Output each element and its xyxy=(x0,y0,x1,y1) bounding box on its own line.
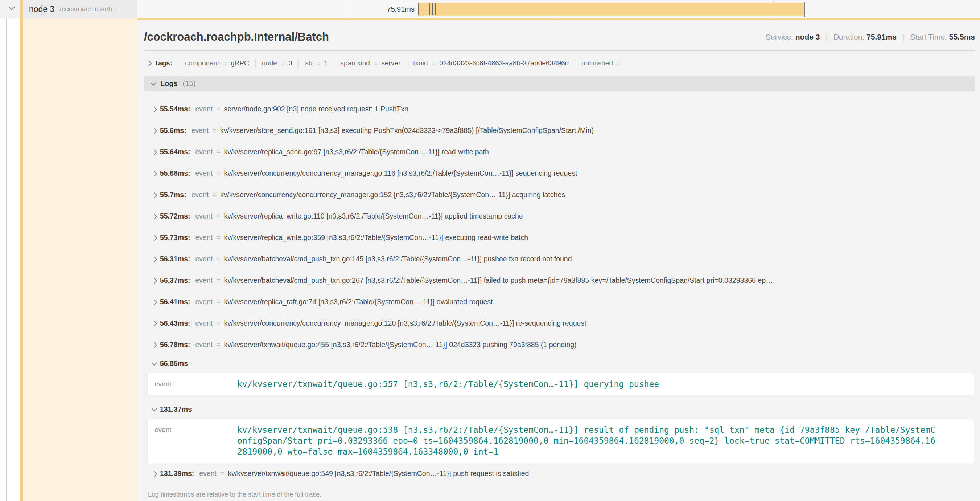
gutter-divider xyxy=(6,0,6,501)
equals-sign: = xyxy=(216,148,220,156)
log-field-value: kv/kvserver/txnwait/queue.go:538 [n3,s3,… xyxy=(237,424,937,457)
log-timestamp: 131.37ms xyxy=(160,405,192,413)
log-field-value: kv/kvserver/batcheval/cmd_push_txn.go:14… xyxy=(224,255,572,263)
log-field-key: event xyxy=(199,469,216,478)
log-entry-row[interactable]: 55.73ms: event = kv/kvserver/replica_wri… xyxy=(144,227,975,248)
tag-item: component = gRPC xyxy=(179,59,255,67)
chevron-right-icon[interactable] xyxy=(152,471,158,477)
log-field-value: server/node.go:902 [n3] node received re… xyxy=(224,105,408,113)
chevron-right-icon[interactable] xyxy=(152,171,158,176)
equals-sign: = xyxy=(216,169,220,177)
chevron-down-icon[interactable] xyxy=(152,360,158,365)
tag-value: gRPC xyxy=(231,59,249,67)
log-field-key: event xyxy=(195,105,213,113)
log-field-key: event xyxy=(195,319,213,327)
chevron-right-icon[interactable] xyxy=(152,235,158,241)
equals-sign: = xyxy=(216,255,220,263)
log-entry-row[interactable]: 55.6ms: event = kv/kvserver/store_send.g… xyxy=(144,120,975,141)
info-separator: | xyxy=(826,33,827,41)
log-entry-row[interactable]: 56.78ms: event = kv/kvserver/txnwait/que… xyxy=(144,334,975,356)
chevron-right-icon[interactable] xyxy=(152,342,158,348)
log-entry-row[interactable]: 55.7ms: event = kv/kvserver/concurrency/… xyxy=(144,184,975,206)
equals-sign: = xyxy=(216,233,220,242)
log-entry-row[interactable]: 55.68ms: event = kv/kvserver/concurrency… xyxy=(144,163,975,184)
log-field-value: kv/kvserver/concurrency/concurrency_mana… xyxy=(220,191,565,199)
log-timestamp: 55.64ms: xyxy=(160,148,190,156)
chevron-right-icon[interactable] xyxy=(152,299,158,305)
log-field-value: kv/kvserver/txnwait/queue.go:455 [n3,s3,… xyxy=(224,340,577,349)
log-timestamp: 131.39ms: xyxy=(160,469,194,478)
span-service-name: node 3 xyxy=(29,4,54,14)
log-entry-row[interactable]: 55.72ms: event = kv/kvserver/replica_wri… xyxy=(144,206,975,227)
service-value: node 3 xyxy=(795,33,820,41)
log-entry-row[interactable]: 55.64ms: event = kv/kvserver/replica_sen… xyxy=(144,141,975,163)
span-title: /cockroach.roachpb.Internal/Batch xyxy=(144,31,329,43)
log-field-key: event xyxy=(154,424,237,457)
log-field-key: event xyxy=(195,212,213,220)
chevron-down-icon[interactable] xyxy=(152,405,158,411)
log-field-value: kv/kvserver/replica_send.go:97 [n3,s3,r6… xyxy=(224,148,489,156)
log-detail-table: event kv/kvserver/txnwait/queue.go:557 [… xyxy=(148,373,974,395)
log-entry-row[interactable]: 55.54ms: event = server/node.go:902 [n3]… xyxy=(144,98,975,120)
log-field-key: event xyxy=(191,126,209,135)
chevron-right-icon[interactable] xyxy=(152,278,158,284)
tags-accordion-header[interactable]: Tags: component = gRPC node = 3 sb = 1 s… xyxy=(144,54,975,73)
duration-label: Duration: xyxy=(834,33,864,41)
log-entry-header[interactable]: 131.37ms xyxy=(144,401,975,417)
tag-item: sb = 1 xyxy=(299,59,334,67)
log-timestamp: 55.68ms: xyxy=(160,169,190,177)
log-field-value: kv/kvserver/replica_write.go:110 [n3,s3,… xyxy=(224,212,523,220)
log-entry-header[interactable]: 56.85ms xyxy=(144,356,975,372)
tag-item: txnid = 024d3323-6c8f-4863-aa8b-37ab0e63… xyxy=(407,59,575,67)
log-entry-expanded: 131.37ms event kv/kvserver/txnwait/queue… xyxy=(144,401,975,463)
span-row-node3[interactable]: node 3 /cockroach.roach… xyxy=(20,0,137,18)
tag-item: node = 3 xyxy=(255,59,299,67)
equals-sign: = xyxy=(216,319,220,327)
log-field-value: kv/kvserver/concurrency/concurrency_mana… xyxy=(224,319,587,327)
log-entry-row[interactable]: 56.41ms: event = kv/kvserver/replica_raf… xyxy=(144,291,975,313)
logs-footer-note: Log timestamps are relative to the start… xyxy=(144,484,975,501)
span-detail-header: /cockroach.roachpb.Internal/Batch Servic… xyxy=(144,20,975,51)
log-detail-table: event kv/kvserver/txnwait/queue.go:538 [… xyxy=(148,419,974,463)
logs-accordion-header[interactable]: Logs (15) xyxy=(144,76,975,91)
span-meta-info: Service: node 3|Duration: 75.91ms|Start … xyxy=(766,33,975,41)
log-entry-expanded: 56.85ms event kv/kvserver/txnwait/queue.… xyxy=(144,356,975,395)
chevron-right-icon[interactable] xyxy=(152,128,158,134)
log-list: 55.54ms: event = server/node.go:902 [n3]… xyxy=(144,91,975,501)
span-duration-bar[interactable] xyxy=(418,3,804,16)
log-entry-row[interactable]: 56.31ms: event = kv/kvserver/batcheval/c… xyxy=(144,248,975,270)
log-timestamp: 55.73ms: xyxy=(160,233,190,242)
tag-key: unfinished xyxy=(581,59,613,67)
log-timestamp: 56.41ms: xyxy=(160,298,190,306)
log-timestamp: 56.37ms: xyxy=(160,276,190,285)
chevron-right-icon[interactable] xyxy=(152,149,158,155)
span-detail-panel: /cockroach.roachpb.Internal/Batch Servic… xyxy=(137,20,980,501)
log-field-key: event xyxy=(195,298,213,306)
equals-sign: = xyxy=(316,59,320,67)
chevron-right-icon[interactable] xyxy=(152,321,158,326)
chevron-right-icon[interactable] xyxy=(146,61,152,67)
log-entry-row[interactable]: 56.37ms: event = kv/kvserver/batcheval/c… xyxy=(144,270,975,291)
start-time-value: 55.5ms xyxy=(949,33,975,41)
equals-sign: = xyxy=(212,191,216,199)
chevron-right-icon[interactable] xyxy=(152,214,158,219)
log-entry-row[interactable]: 131.39ms: event = kv/kvserver/txnwait/qu… xyxy=(144,463,975,484)
tag-list: component = gRPC node = 3 sb = 1 span.ki… xyxy=(179,59,628,67)
log-field-key: event xyxy=(154,379,237,389)
log-field-key: event xyxy=(195,233,213,242)
tag-value: 024d3323-6c8f-4863-aa8b-37ab0e63496d xyxy=(439,59,569,67)
span-accent-stripe xyxy=(20,0,23,501)
equals-sign: = xyxy=(220,469,224,478)
duration-value: 75.91ms xyxy=(867,33,897,41)
chevron-right-icon[interactable] xyxy=(152,256,158,262)
equals-sign: = xyxy=(617,59,620,67)
log-timestamp: 55.7ms: xyxy=(160,191,186,199)
log-field-key: event xyxy=(195,255,213,263)
equals-sign: = xyxy=(216,298,220,306)
log-field-value: kv/kvserver/replica_write.go:359 [n3,s3,… xyxy=(224,233,528,242)
equals-sign: = xyxy=(216,212,220,220)
chevron-down-icon[interactable] xyxy=(151,80,156,86)
chevron-right-icon[interactable] xyxy=(152,192,158,198)
log-entry-row[interactable]: 56.43ms: event = kv/kvserver/concurrency… xyxy=(144,313,975,334)
chevron-right-icon[interactable] xyxy=(152,106,158,112)
